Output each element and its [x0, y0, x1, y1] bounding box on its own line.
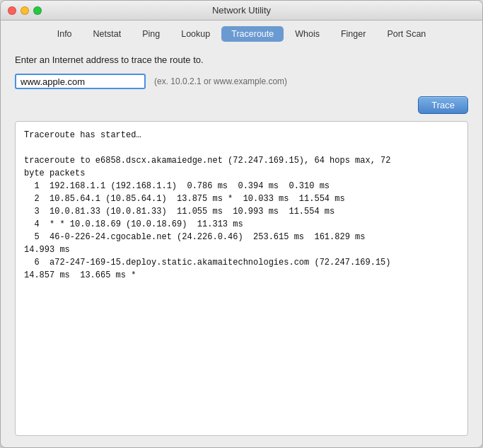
tab-finger[interactable]: Finger [331, 26, 376, 42]
description-label: Enter an Internet address to trace the r… [15, 54, 468, 65]
input-row: (ex. 10.0.2.1 or www.example.com) [15, 74, 468, 89]
trace-button[interactable]: Trace [418, 96, 468, 114]
output-area: Traceroute has started… traceroute to e6… [15, 121, 468, 436]
main-content: Enter an Internet address to trace the r… [1, 46, 482, 447]
tab-lookup[interactable]: Lookup [171, 26, 220, 42]
close-button[interactable] [8, 6, 16, 15]
app-window: Network Utility Info Netstat Ping Lookup… [0, 0, 483, 448]
tab-ping[interactable]: Ping [132, 26, 170, 42]
hint-text: (ex. 10.0.2.1 or www.example.com) [154, 76, 287, 86]
window-title: Network Utility [212, 5, 271, 16]
traffic-lights [8, 6, 42, 15]
title-bar: Network Utility [1, 1, 482, 21]
tab-info[interactable]: Info [47, 26, 82, 42]
tab-traceroute[interactable]: Traceroute [221, 26, 284, 42]
tab-netstat[interactable]: Netstat [83, 26, 132, 42]
tab-whois[interactable]: Whois [285, 26, 330, 42]
trace-button-row: Trace [15, 96, 468, 114]
tab-bar: Info Netstat Ping Lookup Traceroute Whoi… [1, 21, 482, 46]
address-input[interactable] [15, 74, 146, 89]
minimize-button[interactable] [21, 6, 29, 15]
maximize-button[interactable] [33, 6, 42, 15]
tab-port-scan[interactable]: Port Scan [377, 26, 436, 42]
